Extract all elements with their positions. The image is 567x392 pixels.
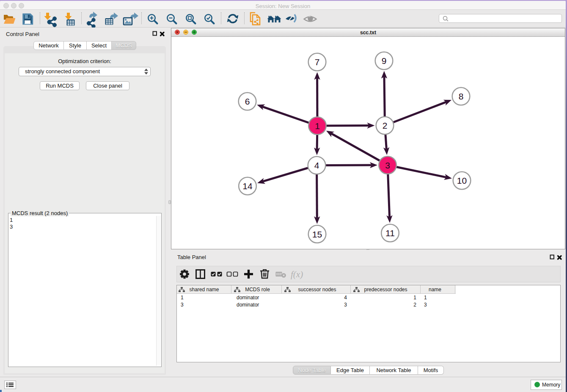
svg-text:f(x): f(x) — [291, 269, 303, 279]
svg-text:15: 15 — [312, 229, 322, 239]
svg-text:2: 2 — [383, 121, 388, 130]
svg-text:3: 3 — [385, 160, 390, 170]
svg-text:4: 4 — [314, 160, 319, 170]
svg-text:14: 14 — [242, 181, 253, 191]
svg-text:10: 10 — [457, 176, 467, 185]
svg-text:11: 11 — [385, 228, 395, 238]
svg-text:9: 9 — [382, 56, 387, 66]
svg-text:7: 7 — [315, 57, 320, 67]
svg-text:8: 8 — [459, 91, 464, 101]
svg-text:1: 1 — [315, 121, 320, 131]
svg-text:6: 6 — [245, 97, 250, 106]
